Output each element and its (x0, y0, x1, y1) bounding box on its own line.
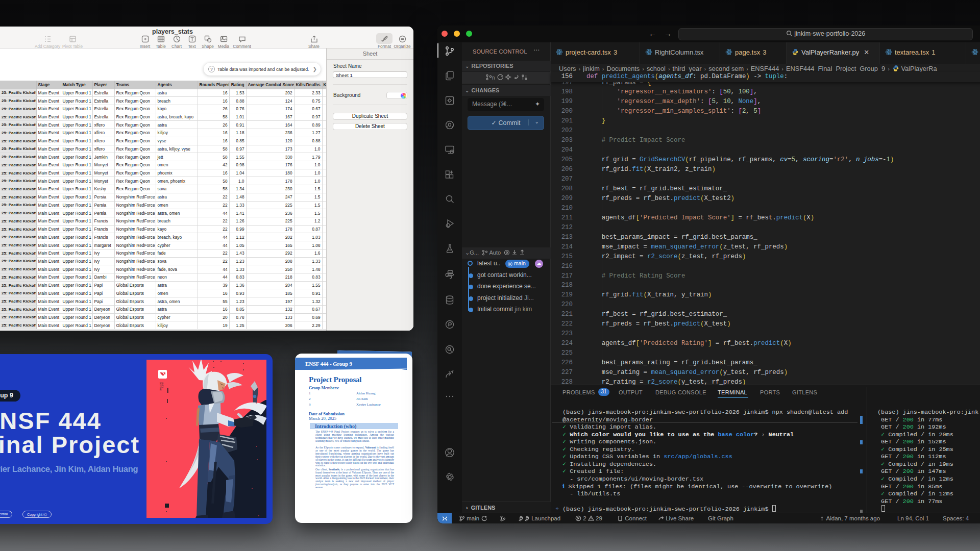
svg-text:LIMITS: LIMITS (161, 382, 163, 388)
svg-text:DEFY THE: DEFY THE (159, 382, 161, 391)
